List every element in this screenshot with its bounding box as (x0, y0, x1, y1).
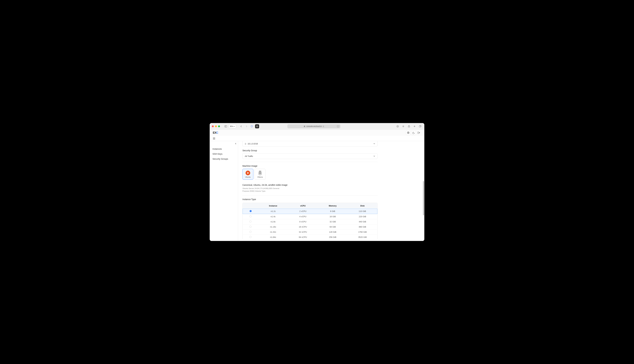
browser-chrome: fn console.excloud.in (210, 123, 424, 130)
cell-instance: n1.16c (258, 226, 288, 228)
back-button[interactable] (239, 124, 243, 128)
svg-point-26 (260, 173, 260, 173)
machine-image-cards: Ubuntu Ollama (242, 169, 378, 180)
svg-rect-15 (419, 126, 420, 127)
sidebar-item-security-groups[interactable]: Security Groups (210, 156, 238, 162)
logout-button[interactable] (416, 130, 421, 135)
cell-disk: 3520 GiB (348, 236, 377, 238)
radio-button[interactable] (250, 215, 252, 218)
cell-disk: 880 GiB (348, 226, 377, 228)
column-header-vcpu: vCPU (288, 204, 318, 207)
scrollbar[interactable] (423, 141, 424, 241)
cell-disk: 440 GiB (348, 220, 377, 223)
cell-memory: 8 GiB (318, 210, 348, 212)
share-icon[interactable] (407, 124, 411, 128)
new-tab-icon[interactable] (412, 124, 416, 128)
main-content: 1 - 10.1.0.0/16 Security Group All Traff… (238, 141, 424, 241)
extension-icon[interactable] (255, 124, 259, 128)
theme-toggle-button[interactable] (411, 130, 416, 135)
cell-vcpu: 16 vCPU (288, 226, 318, 228)
instance-type-label: Instance Type (242, 198, 378, 200)
svg-rect-4 (230, 126, 231, 127)
minimize-window-button[interactable] (215, 126, 217, 127)
lock-icon (322, 126, 324, 127)
reader-mode-icon[interactable] (337, 126, 339, 127)
cell-memory: 64 GiB (318, 226, 348, 228)
cell-memory: 16 GiB (318, 215, 348, 218)
table-row[interactable]: n1.4c 4 vCPU 16 GiB 220 GiB (242, 214, 377, 219)
settings-gear-icon[interactable] (401, 124, 405, 128)
table-row[interactable]: n1.64c 64 vCPU 256 GiB 3520 GiB (242, 234, 377, 240)
instance-type-table: Instance vCPU Memory Disk n1.2c 2 vCPU 8… (242, 203, 378, 240)
svg-rect-3 (231, 126, 232, 126)
forward-button[interactable] (244, 124, 248, 128)
url-text: console.excloud.in (306, 125, 322, 128)
close-window-button[interactable] (212, 126, 214, 127)
sidebar-item-label: Instances (212, 148, 222, 150)
ollama-icon (258, 170, 262, 176)
cell-vcpu: 4 vCPU (288, 215, 318, 218)
svg-point-27 (260, 173, 261, 173)
image-card-ubuntu[interactable]: Ubuntu (242, 169, 253, 180)
sidebar-toggle-icon[interactable] (224, 124, 228, 128)
security-group-select[interactable]: All Traffic (242, 153, 378, 159)
column-header-disk: Disk (348, 204, 377, 207)
tabs-overview-icon[interactable] (418, 124, 422, 128)
menu-toggle-button[interactable] (213, 138, 215, 140)
cell-instance: n1.32c (258, 231, 288, 233)
table-row[interactable]: n1.8c 8 vCPU 32 GiB 440 GiB (242, 219, 377, 224)
cell-instance: n1.4c (258, 215, 288, 218)
table-row[interactable]: n1.2c 2 vCPU 8 GiB 110 GiB (242, 209, 377, 214)
site-settings-icon (304, 126, 306, 127)
security-group-value: All Traffic (245, 155, 253, 157)
cell-instance: n1.64c (258, 236, 288, 238)
sidebar-collapse-button[interactable] (235, 143, 237, 144)
maximize-window-button[interactable] (218, 126, 220, 127)
image-title: Canonical, Ubuntu, 24.04, amd64 noble im… (242, 184, 378, 186)
svg-rect-2 (230, 126, 231, 126)
cell-vcpu: 2 vCPU (288, 210, 318, 212)
image-description: Ubuntu Server 24.04 LTS (HVM),EBS Genera… (242, 187, 286, 192)
table-row[interactable]: n1.16c 16 vCPU 64 GiB 880 GiB (242, 224, 377, 230)
help-button[interactable] (406, 130, 410, 135)
svg-point-8 (257, 126, 258, 126)
chevron-down-icon (373, 155, 375, 157)
table-row[interactable]: n1.32c 32 vCPU 128 GiB 1760 GiB (242, 230, 377, 234)
cell-disk: 110 GiB (348, 210, 377, 212)
shield-icon[interactable] (250, 124, 254, 128)
app-body: Instances SSH Keys Security Groups 1 - 1… (210, 141, 424, 241)
svg-point-23 (247, 172, 248, 173)
svg-point-17 (408, 132, 409, 133)
svg-point-13 (403, 126, 404, 127)
sidebar-item-instances[interactable]: Instances (210, 146, 238, 152)
column-header-radio (242, 204, 258, 207)
divider (242, 162, 378, 162)
cell-memory: 32 GiB (318, 220, 348, 223)
scrollbar-thumb[interactable] (423, 181, 424, 215)
network-select[interactable]: 1 - 10.1.0.0/16 (242, 141, 378, 146)
radio-button[interactable] (250, 220, 252, 222)
image-card-ollama[interactable]: Ollama (254, 169, 266, 180)
url-bar[interactable]: console.excloud.in (287, 124, 340, 128)
svg-rect-0 (225, 126, 227, 127)
column-header-memory: Memory (318, 204, 348, 207)
cell-memory: 256 GiB (318, 236, 348, 238)
cell-instance: n1.8c (258, 220, 288, 223)
fn-menu-button[interactable]: fn (229, 124, 236, 128)
downloads-icon[interactable] (396, 124, 400, 128)
radio-button[interactable] (250, 231, 252, 233)
svg-rect-5 (231, 126, 232, 127)
cell-instance: n1.2c (258, 210, 288, 212)
security-group-label: Security Group (242, 149, 378, 152)
svg-rect-9 (323, 126, 324, 127)
sidebar: Instances SSH Keys Security Groups (210, 141, 238, 241)
sidebar-item-ssh-keys[interactable]: SSH Keys (210, 152, 238, 156)
svg-point-6 (256, 126, 258, 127)
network-select-value: 1 - 10.1.0.0/16 (245, 142, 258, 145)
app-logo[interactable]: EXC (213, 131, 218, 134)
cell-vcpu: 32 vCPU (288, 231, 318, 233)
cell-disk: 1760 GiB (348, 231, 377, 233)
radio-button[interactable] (250, 226, 252, 228)
radio-button[interactable] (250, 210, 252, 212)
radio-button[interactable] (250, 236, 252, 238)
